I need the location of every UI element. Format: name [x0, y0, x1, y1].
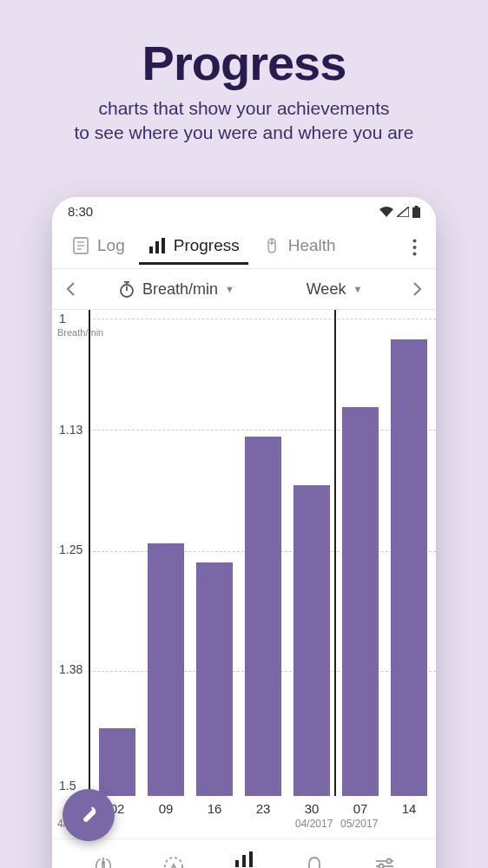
lungs-icon [92, 855, 115, 868]
signal-icon [397, 207, 409, 217]
tab-health[interactable]: Health [254, 229, 345, 265]
phone-frame: 8:30 Log Progress Health [52, 197, 436, 868]
nav-compass[interactable] [138, 855, 208, 868]
nav-settings[interactable] [350, 855, 420, 868]
tab-health-label: Health [288, 236, 336, 255]
bottom-nav: Progress [52, 838, 436, 868]
svg-rect-17 [235, 860, 239, 867]
status-time: 8:30 [68, 204, 93, 219]
nav-notifications[interactable] [280, 855, 350, 868]
svg-point-21 [387, 859, 392, 864]
chevron-right-icon [412, 281, 423, 297]
y-tick: 1.38 [59, 662, 82, 676]
svg-point-23 [379, 865, 384, 869]
x-tick: 07 [342, 796, 379, 816]
bar [293, 485, 330, 796]
caret-down-icon: ▼ [353, 284, 362, 294]
y-tick: 1.5 [59, 779, 76, 792]
tab-progress-label: Progress [174, 236, 240, 255]
hero-subtitle: charts that show your achievements to se… [0, 96, 488, 146]
bar [342, 407, 379, 796]
top-tabs: Log Progress Health [52, 222, 436, 265]
metric-dropdown[interactable]: Breath/min ▼ [89, 277, 264, 302]
status-icons [379, 206, 420, 218]
bar-chart-icon [233, 848, 255, 868]
x-tick: 09 [148, 796, 184, 816]
svg-rect-8 [162, 238, 165, 253]
svg-rect-0 [412, 207, 420, 218]
fab-button[interactable] [63, 789, 115, 841]
caret-down-icon: ▼ [225, 284, 234, 294]
bar [99, 728, 135, 796]
tab-log-label: Log [97, 236, 125, 255]
more-menu-button[interactable] [404, 233, 425, 261]
chart-bars [99, 310, 427, 796]
compass-icon [162, 855, 185, 868]
y-tick: 1 [59, 312, 66, 326]
bar-chart-icon [148, 236, 167, 255]
y-axis-label: Breath/min [57, 327, 103, 338]
month-label: 04/2017 [295, 818, 333, 830]
tab-log[interactable]: Log [63, 229, 134, 265]
x-tick: 30 [293, 796, 330, 816]
hero-title: Progress [0, 35, 488, 91]
bar [391, 339, 427, 796]
svg-point-9 [413, 239, 417, 242]
more-vert-icon [412, 239, 417, 256]
stopwatch-icon [118, 280, 135, 298]
x-tick: 14 [391, 796, 427, 816]
x-tick: 23 [245, 796, 281, 816]
svg-rect-18 [242, 855, 246, 867]
svg-point-10 [413, 246, 417, 249]
svg-rect-7 [155, 241, 159, 253]
svg-rect-1 [415, 206, 419, 207]
y-tick: 1.13 [59, 423, 82, 437]
period-dropdown[interactable]: Week ▼ [269, 277, 399, 302]
battery-icon [412, 206, 420, 218]
svg-rect-19 [249, 852, 253, 867]
bar [196, 562, 233, 796]
wrench-icon [77, 804, 100, 826]
chevron-left-icon [65, 281, 76, 297]
tab-progress[interactable]: Progress [139, 229, 248, 265]
bell-icon [303, 855, 326, 868]
period-label: Week [307, 280, 346, 299]
x-tick: 16 [196, 796, 233, 816]
bar [148, 543, 184, 796]
sliders-icon [373, 855, 396, 868]
next-button[interactable] [405, 276, 431, 302]
svg-point-11 [413, 252, 417, 255]
prev-button[interactable] [57, 276, 83, 302]
selector-row: Breath/min ▼ Week ▼ [52, 268, 436, 310]
chart-area: 1 Breath/min 1.13 1.25 1.38 1.5 [52, 310, 436, 796]
bar [245, 437, 281, 796]
month-label: 05/2017 [340, 818, 378, 830]
nav-progress[interactable]: Progress [208, 848, 279, 868]
nav-lungs[interactable] [68, 855, 138, 868]
status-bar: 8:30 [52, 197, 436, 222]
svg-rect-6 [149, 247, 153, 253]
metric-label: Breath/min [142, 280, 218, 299]
wifi-icon [379, 207, 393, 217]
y-tick: 1.25 [59, 542, 82, 556]
health-icon [262, 236, 281, 255]
log-icon [71, 236, 90, 255]
